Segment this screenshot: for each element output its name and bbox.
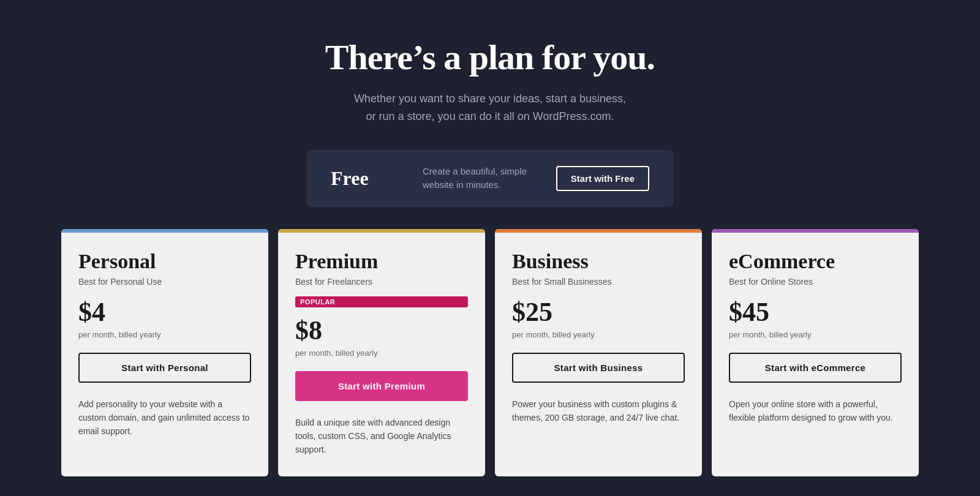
plan-tagline-ecommerce: Best for Online Stores	[729, 277, 902, 287]
plan-name-personal: Personal	[78, 250, 251, 273]
plan-price-business: $25	[512, 296, 685, 328]
free-plan-description: Create a beautiful, simple website in mi…	[410, 165, 556, 192]
plan-price-ecommerce: $45	[729, 296, 902, 328]
plan-description-ecommerce: Open your online store with a powerful, …	[729, 397, 902, 425]
plan-price-premium: $8	[295, 315, 468, 346]
plan-name-premium: Premium	[295, 250, 468, 273]
free-plan-banner: Free Create a beautiful, simple website …	[306, 150, 674, 207]
plan-billing-premium: per month, billed yearly	[295, 348, 468, 358]
plan-card-premium: PremiumBest for FreelancersPOPULAR$8per …	[278, 229, 485, 476]
plan-tagline-premium: Best for Freelancers	[295, 277, 468, 287]
free-plan-title: Free	[331, 167, 410, 190]
page-title: There’s a plan for you.	[325, 37, 655, 78]
plan-billing-ecommerce: per month, billed yearly	[729, 330, 902, 339]
page-subtitle: Whether you want to share your ideas, st…	[325, 90, 655, 126]
plan-tagline-business: Best for Small Businesses	[512, 277, 685, 287]
plan-description-business: Power your business with custom plugins …	[512, 397, 685, 425]
plan-name-business: Business	[512, 250, 685, 273]
page-header: There’s a plan for you. Whether you want…	[325, 37, 655, 126]
plan-card-business: BusinessBest for Small Businesses$25per …	[495, 229, 702, 476]
plan-billing-business: per month, billed yearly	[512, 330, 685, 339]
plan-cta-button-personal[interactable]: Start with Personal	[78, 353, 251, 383]
plan-cta-button-business[interactable]: Start with Business	[512, 353, 685, 383]
popular-badge: POPULAR	[295, 296, 468, 307]
plan-name-ecommerce: eCommerce	[729, 250, 902, 273]
plan-description-premium: Build a unique site with advanced design…	[295, 416, 468, 457]
plan-billing-personal: per month, billed yearly	[78, 330, 251, 339]
plan-tagline-personal: Best for Personal Use	[78, 277, 251, 287]
plan-cta-button-ecommerce[interactable]: Start with eCommerce	[729, 353, 902, 383]
plan-card-ecommerce: eCommerceBest for Online Stores$45per mo…	[712, 229, 919, 476]
plan-description-personal: Add personality to your website with a c…	[78, 397, 251, 438]
free-plan-cta-button[interactable]: Start with Free	[556, 166, 649, 191]
plan-card-personal: PersonalBest for Personal Use$4per month…	[61, 229, 268, 476]
plan-cta-button-premium[interactable]: Start with Premium	[295, 371, 468, 401]
plan-price-personal: $4	[78, 296, 251, 328]
plans-grid: PersonalBest for Personal Use$4per month…	[61, 229, 919, 476]
